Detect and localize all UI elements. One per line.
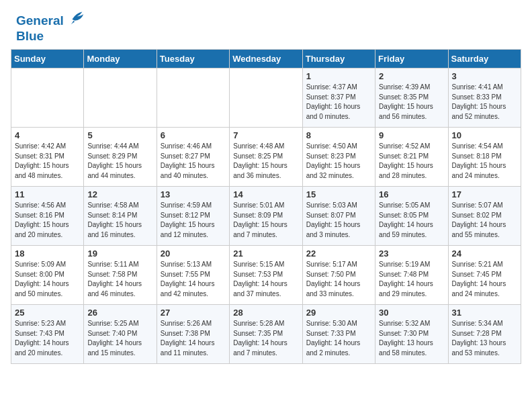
day-info: Sunrise: 4:56 AM Sunset: 8:16 PM Dayligh…: [15, 201, 80, 240]
day-number: 21: [233, 248, 298, 259]
day-number: 6: [161, 130, 226, 140]
day-number: 4: [15, 130, 80, 140]
day-info: Sunrise: 5:28 AM Sunset: 7:35 PM Dayligh…: [233, 319, 298, 358]
day-number: 31: [452, 308, 517, 318]
day-info: Sunrise: 4:44 AM Sunset: 8:29 PM Dayligh…: [87, 142, 152, 181]
day-info: Sunrise: 5:23 AM Sunset: 7:43 PM Dayligh…: [15, 319, 80, 358]
calendar-cell: 9Sunrise: 4:52 AM Sunset: 8:21 PM Daylig…: [375, 128, 448, 187]
calendar-cell: 2Sunrise: 4:39 AM Sunset: 8:35 PM Daylig…: [375, 68, 448, 128]
calendar-cell: 24Sunrise: 5:21 AM Sunset: 7:45 PM Dayli…: [448, 246, 521, 305]
day-info: Sunrise: 5:05 AM Sunset: 8:05 PM Dayligh…: [379, 201, 444, 240]
day-info: Sunrise: 4:59 AM Sunset: 8:12 PM Dayligh…: [161, 201, 226, 240]
calendar-cell: 21Sunrise: 5:15 AM Sunset: 7:53 PM Dayli…: [230, 246, 302, 305]
calendar-cell: 3Sunrise: 4:41 AM Sunset: 8:33 PM Daylig…: [448, 68, 521, 128]
day-number: 14: [233, 189, 298, 199]
calendar-cell: 19Sunrise: 5:11 AM Sunset: 7:58 PM Dayli…: [84, 246, 157, 305]
day-info: Sunrise: 5:09 AM Sunset: 8:00 PM Dayligh…: [15, 260, 80, 299]
day-number: 26: [87, 308, 152, 318]
day-info: Sunrise: 5:21 AM Sunset: 7:45 PM Dayligh…: [452, 260, 517, 299]
calendar-cell: 25Sunrise: 5:23 AM Sunset: 7:43 PM Dayli…: [11, 305, 84, 364]
calendar-cell: 29Sunrise: 5:30 AM Sunset: 7:33 PM Dayli…: [302, 305, 375, 364]
day-info: Sunrise: 5:11 AM Sunset: 7:58 PM Dayligh…: [87, 260, 152, 299]
day-number: 15: [306, 189, 371, 199]
day-number: 5: [87, 130, 152, 140]
page-header: General Blue: [0, 0, 532, 49]
day-number: 23: [379, 248, 444, 259]
day-info: Sunrise: 4:54 AM Sunset: 8:18 PM Dayligh…: [452, 142, 517, 181]
day-info: Sunrise: 5:19 AM Sunset: 7:48 PM Dayligh…: [379, 260, 444, 299]
day-number: 8: [306, 130, 371, 140]
calendar-cell: [230, 68, 302, 128]
calendar-cell: 6Sunrise: 4:46 AM Sunset: 8:27 PM Daylig…: [157, 128, 229, 187]
calendar-cell: 4Sunrise: 4:42 AM Sunset: 8:31 PM Daylig…: [11, 128, 84, 187]
weekday-header-wednesday: Wednesday: [230, 50, 302, 68]
day-number: 13: [161, 189, 226, 199]
day-number: 16: [379, 189, 444, 199]
calendar-cell: 18Sunrise: 5:09 AM Sunset: 8:00 PM Dayli…: [11, 246, 84, 305]
weekday-header-saturday: Saturday: [448, 50, 521, 68]
weekday-header-tuesday: Tuesday: [157, 50, 229, 68]
day-info: Sunrise: 5:17 AM Sunset: 7:50 PM Dayligh…: [306, 260, 371, 299]
day-number: 10: [452, 130, 517, 140]
weekday-header-friday: Friday: [375, 50, 448, 68]
day-number: 20: [161, 248, 226, 259]
calendar-cell: 11Sunrise: 4:56 AM Sunset: 8:16 PM Dayli…: [11, 187, 84, 246]
logo: General Blue: [16, 12, 86, 42]
day-info: Sunrise: 4:52 AM Sunset: 8:21 PM Dayligh…: [379, 142, 444, 181]
day-number: 29: [306, 308, 371, 318]
calendar-cell: 22Sunrise: 5:17 AM Sunset: 7:50 PM Dayli…: [302, 246, 375, 305]
calendar-cell: 17Sunrise: 5:07 AM Sunset: 8:02 PM Dayli…: [448, 187, 521, 246]
day-info: Sunrise: 5:32 AM Sunset: 7:30 PM Dayligh…: [379, 319, 444, 358]
calendar-table: SundayMondayTuesdayWednesdayThursdayFrid…: [11, 49, 521, 364]
week-row-4: 18Sunrise: 5:09 AM Sunset: 8:00 PM Dayli…: [11, 246, 521, 305]
calendar-cell: 7Sunrise: 4:48 AM Sunset: 8:25 PM Daylig…: [230, 128, 302, 187]
day-info: Sunrise: 4:48 AM Sunset: 8:25 PM Dayligh…: [233, 142, 298, 181]
day-number: 30: [379, 308, 444, 318]
day-info: Sunrise: 4:37 AM Sunset: 8:37 PM Dayligh…: [306, 83, 371, 122]
calendar-cell: 27Sunrise: 5:26 AM Sunset: 7:38 PM Dayli…: [157, 305, 229, 364]
day-info: Sunrise: 5:15 AM Sunset: 7:53 PM Dayligh…: [233, 260, 298, 299]
calendar-container: SundayMondayTuesdayWednesdayThursdayFrid…: [0, 49, 532, 371]
day-number: 18: [15, 248, 80, 259]
weekday-header-row: SundayMondayTuesdayWednesdayThursdayFrid…: [11, 50, 521, 68]
calendar-cell: 14Sunrise: 5:01 AM Sunset: 8:09 PM Dayli…: [230, 187, 302, 246]
calendar-cell: 12Sunrise: 4:58 AM Sunset: 8:14 PM Dayli…: [84, 187, 157, 246]
day-info: Sunrise: 4:42 AM Sunset: 8:31 PM Dayligh…: [15, 142, 80, 181]
calendar-cell: 5Sunrise: 4:44 AM Sunset: 8:29 PM Daylig…: [84, 128, 157, 187]
day-number: 3: [452, 71, 517, 81]
weekday-header-monday: Monday: [84, 50, 157, 68]
day-info: Sunrise: 5:01 AM Sunset: 8:09 PM Dayligh…: [233, 201, 298, 240]
week-row-1: 1Sunrise: 4:37 AM Sunset: 8:37 PM Daylig…: [11, 68, 521, 128]
logo-bird-icon: [67, 8, 86, 27]
day-number: 2: [379, 71, 444, 81]
week-row-5: 25Sunrise: 5:23 AM Sunset: 7:43 PM Dayli…: [11, 305, 521, 364]
calendar-cell: 16Sunrise: 5:05 AM Sunset: 8:05 PM Dayli…: [375, 187, 448, 246]
calendar-cell: 13Sunrise: 4:59 AM Sunset: 8:12 PM Dayli…: [157, 187, 229, 246]
calendar-cell: 23Sunrise: 5:19 AM Sunset: 7:48 PM Dayli…: [375, 246, 448, 305]
week-row-3: 11Sunrise: 4:56 AM Sunset: 8:16 PM Dayli…: [11, 187, 521, 246]
day-number: 1: [306, 71, 371, 81]
calendar-cell: 26Sunrise: 5:25 AM Sunset: 7:40 PM Dayli…: [84, 305, 157, 364]
calendar-cell: 30Sunrise: 5:32 AM Sunset: 7:30 PM Dayli…: [375, 305, 448, 364]
calendar-cell: 28Sunrise: 5:28 AM Sunset: 7:35 PM Dayli…: [230, 305, 302, 364]
calendar-cell: [11, 68, 84, 128]
logo-blue: Blue: [16, 30, 86, 42]
day-info: Sunrise: 5:13 AM Sunset: 7:55 PM Dayligh…: [161, 260, 226, 299]
day-info: Sunrise: 5:26 AM Sunset: 7:38 PM Dayligh…: [161, 319, 226, 358]
day-info: Sunrise: 4:46 AM Sunset: 8:27 PM Dayligh…: [161, 142, 226, 181]
day-number: 7: [233, 130, 298, 140]
day-number: 24: [452, 248, 517, 259]
calendar-cell: [157, 68, 229, 128]
calendar-cell: 20Sunrise: 5:13 AM Sunset: 7:55 PM Dayli…: [157, 246, 229, 305]
calendar-cell: 15Sunrise: 5:03 AM Sunset: 8:07 PM Dayli…: [302, 187, 375, 246]
day-info: Sunrise: 5:25 AM Sunset: 7:40 PM Dayligh…: [87, 319, 152, 358]
day-number: 11: [15, 189, 80, 199]
day-number: 19: [87, 248, 152, 259]
calendar-cell: 8Sunrise: 4:50 AM Sunset: 8:23 PM Daylig…: [302, 128, 375, 187]
day-info: Sunrise: 4:41 AM Sunset: 8:33 PM Dayligh…: [452, 83, 517, 122]
day-number: 28: [233, 308, 298, 318]
day-number: 17: [452, 189, 517, 199]
day-number: 22: [306, 248, 371, 259]
day-info: Sunrise: 5:34 AM Sunset: 7:28 PM Dayligh…: [452, 319, 517, 358]
calendar-cell: 1Sunrise: 4:37 AM Sunset: 8:37 PM Daylig…: [302, 68, 375, 128]
